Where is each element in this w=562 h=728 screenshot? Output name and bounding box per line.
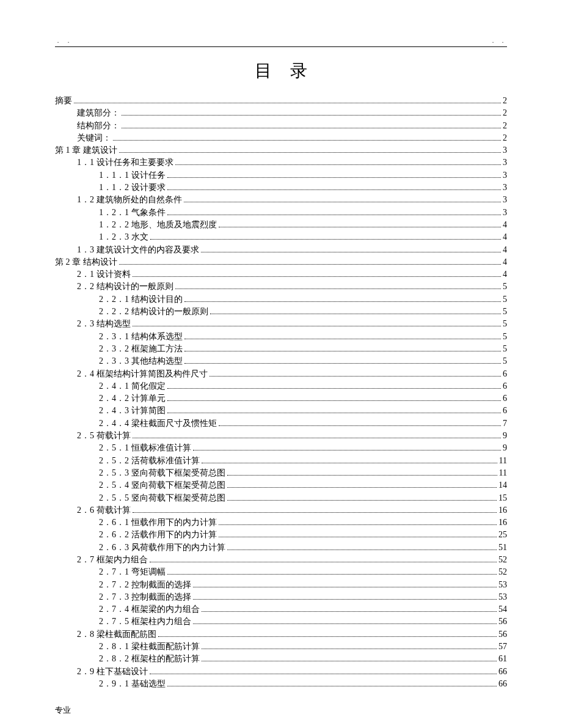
toc-entry: 2．2 结构设计的一般原则5 xyxy=(55,281,507,293)
toc-page-number: 16 xyxy=(498,517,507,529)
toc-label: 2．5．2 活荷载标准值计算 xyxy=(99,455,200,467)
toc-entry: 2．5．5 竖向荷载下框架受荷总图15 xyxy=(55,492,507,504)
toc-label: 2．4．1 简化假定 xyxy=(99,380,166,392)
toc-page-number: 57 xyxy=(498,641,507,653)
toc-leader-dots xyxy=(113,140,501,141)
toc-page-number: 6 xyxy=(503,392,507,405)
toc-page-number: 9 xyxy=(503,430,507,442)
toc-entry: 2．6 荷载计算16 xyxy=(55,504,507,517)
toc-label: 2．7 框架内力组合 xyxy=(77,554,148,566)
toc-leader-dots xyxy=(219,425,502,426)
toc-page-number: 3 xyxy=(503,169,507,182)
toc-leader-dots xyxy=(167,574,497,575)
toc-label: 2．4 框架结构计算简图及构件尺寸 xyxy=(77,368,208,380)
toc-leader-dots xyxy=(150,674,497,674)
toc-leader-dots xyxy=(122,115,501,116)
toc-label: 2．3．1 结构体系选型 xyxy=(99,331,183,343)
toc-page-number: 15 xyxy=(498,492,507,504)
toc-leader-dots xyxy=(219,524,497,525)
toc-label: 2．3．2 框架施工方法 xyxy=(99,343,183,355)
toc-entry: 2．8 梁柱截面配筋图56 xyxy=(55,628,507,641)
toc-entry: 2．7．2 控制截面的选择53 xyxy=(55,579,507,591)
toc-label: 建筑部分： xyxy=(77,107,120,119)
toc-entry: 2．3 结构选型5 xyxy=(55,318,507,330)
toc-leader-dots xyxy=(193,623,497,624)
toc-entry: 1．1．1 设计任务3 xyxy=(55,169,507,182)
toc-label: 2．6．3 风荷载作用下的内力计算 xyxy=(99,542,225,554)
toc-label: 2．6．1 恒载作用下的内力计算 xyxy=(99,517,217,529)
toc-label: 2．8．1 梁柱截面配筋计算 xyxy=(99,641,200,653)
toc-entry: 2．4．3 计算简图6 xyxy=(55,405,507,417)
toc-entry: 2．4．2 计算单元6 xyxy=(55,392,507,405)
toc-entry: 2．5 荷载计算9 xyxy=(55,430,507,442)
toc-leader-dots xyxy=(133,276,502,277)
toc-label: 2．4．3 计算简图 xyxy=(99,405,166,417)
toc-page-number: 3 xyxy=(503,207,507,219)
toc-entry: 2．5．1 恒载标准值计算9 xyxy=(55,442,507,454)
toc-label: 2．2．2 结构设计的一般原则 xyxy=(99,306,208,318)
toc-label: 2．4．4 梁柱截面尺寸及惯性矩 xyxy=(99,417,217,430)
toc-page-number: 52 xyxy=(498,566,507,578)
toc-page-number: 52 xyxy=(498,554,507,566)
toc-entry: 1．1 设计任务和主要要求3 xyxy=(55,156,507,169)
toc-label: 1．2．1 气象条件 xyxy=(99,207,166,219)
toc-leader-dots xyxy=(175,289,502,289)
toc-page-number: 2 xyxy=(503,107,507,119)
toc-page-number: 6 xyxy=(503,405,507,417)
toc-leader-dots xyxy=(167,413,502,413)
toc-leader-dots xyxy=(227,475,497,476)
toc-leader-dots xyxy=(184,351,502,351)
toc-leader-dots xyxy=(167,215,502,215)
toc-leader-dots xyxy=(133,512,497,513)
toc-leader-dots xyxy=(150,239,502,240)
toc-leader-dots xyxy=(227,550,497,550)
toc-label: 1．1 设计任务和主要要求 xyxy=(77,156,173,169)
toc-entry: 2．7．1 弯矩调幅52 xyxy=(55,566,507,578)
toc-page-number: 3 xyxy=(503,194,507,206)
toc-page-number: 5 xyxy=(503,343,507,355)
toc-page-number: 2 xyxy=(503,132,507,144)
toc-entry: 2．1 设计资料4 xyxy=(55,268,507,281)
toc-label: 2．8 梁柱截面配筋图 xyxy=(77,628,156,641)
toc-entry: 2．5．3 竖向荷载下框架受荷总图11 xyxy=(55,467,507,479)
toc-entry: 1．1．2 设计要求3 xyxy=(55,182,507,194)
toc-leader-dots xyxy=(119,152,502,153)
toc-label: 2．6．2 活载作用下的内力计算 xyxy=(99,529,217,541)
toc-label: 结构部分： xyxy=(77,120,120,132)
toc-entry: 第 1 章 建筑设计3 xyxy=(55,144,507,156)
toc-page-number: 7 xyxy=(503,417,507,430)
toc-leader-dots xyxy=(122,128,501,128)
toc-entry: 1．2 建筑物所处的自然条件3 xyxy=(55,194,507,206)
toc-page-number: 4 xyxy=(503,268,507,281)
toc-entry: 1．2．1 气象条件3 xyxy=(55,207,507,219)
toc-entry: 2．6．3 风荷载作用下的内力计算51 xyxy=(55,542,507,554)
toc-page-number: 56 xyxy=(498,616,507,628)
toc-leader-dots xyxy=(210,376,502,377)
toc-page-number: 5 xyxy=(503,331,507,343)
toc-leader-dots xyxy=(175,164,502,165)
toc-leader-dots xyxy=(167,177,502,178)
toc-page-number: 5 xyxy=(503,306,507,318)
toc-page-number: 51 xyxy=(498,542,507,554)
toc-leader-dots xyxy=(167,388,502,389)
toc-leader-dots xyxy=(210,314,502,314)
toc-entry: 2．2．2 结构设计的一般原则5 xyxy=(55,306,507,318)
toc-page-number: 54 xyxy=(498,603,507,616)
toc-page-number: 11 xyxy=(499,455,507,467)
header-rule: ． ． ． ． xyxy=(55,37,507,47)
toc-page-number: 5 xyxy=(503,355,507,367)
toc-label: 2．7．1 弯矩调幅 xyxy=(99,566,166,578)
toc-leader-dots xyxy=(119,264,502,265)
toc-label: 1．2．2 地形、地质及地震烈度 xyxy=(99,219,217,231)
toc-page-number: 14 xyxy=(498,479,507,491)
toc-entry: 2．4．4 梁柱截面尺寸及惯性矩7 xyxy=(55,417,507,430)
toc-page-number: 2 xyxy=(503,120,507,132)
toc-page-number: 4 xyxy=(503,219,507,231)
toc-entry: 建筑部分：2 xyxy=(55,107,507,119)
toc-leader-dots xyxy=(201,252,502,252)
toc-leader-dots xyxy=(193,450,502,450)
page-title: 目录 xyxy=(55,59,507,83)
toc-label: 2．7．4 框架梁的内力组合 xyxy=(99,603,200,616)
toc-page-number: 11 xyxy=(499,467,507,479)
toc-entry: 第 2 章 结构设计4 xyxy=(55,256,507,268)
